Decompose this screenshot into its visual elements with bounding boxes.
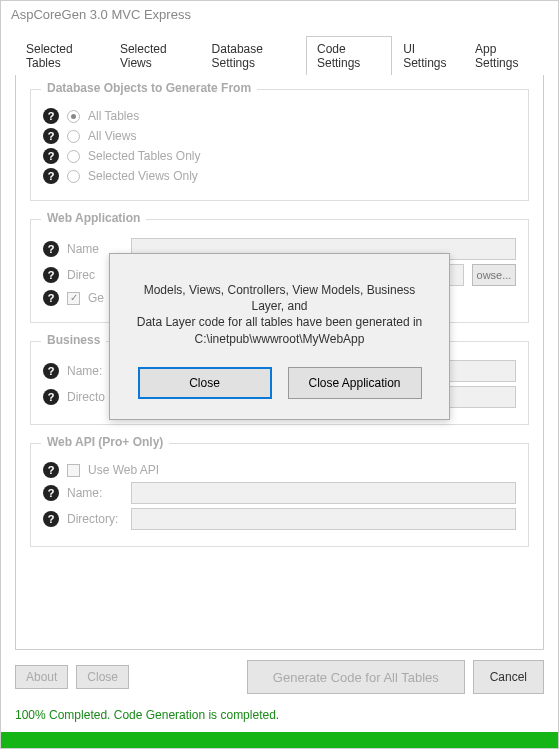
checkbox-label-use-api: Use Web API — [88, 463, 159, 477]
input-api-directory[interactable] — [131, 508, 516, 530]
status-text: 100% Completed. Code Generation is compl… — [15, 708, 544, 722]
checkbox-label-generate: Ge — [88, 291, 104, 305]
generate-button[interactable]: Generate Code for All Tables — [247, 660, 465, 694]
help-icon[interactable]: ? — [43, 511, 59, 527]
group-title-biz: Business — [41, 333, 106, 347]
tab-app-settings[interactable]: App Settings — [464, 36, 544, 75]
dialog-message: Models, Views, Controllers, View Models,… — [110, 254, 449, 367]
help-icon[interactable]: ? — [43, 363, 59, 379]
cancel-button[interactable]: Cancel — [473, 660, 544, 694]
tab-selected-views[interactable]: Selected Views — [109, 36, 201, 75]
progress-bar — [1, 732, 558, 748]
dialog-line-3: C:\inetpub\wwwroot\MyWebApp — [128, 331, 431, 347]
help-icon[interactable]: ? — [43, 462, 59, 478]
radio-all-tables[interactable] — [67, 110, 80, 123]
about-button[interactable]: About — [15, 665, 68, 689]
group-web-api: Web API (Pro+ Only) ? Use Web API ? Name… — [30, 443, 529, 547]
help-icon[interactable]: ? — [43, 168, 59, 184]
radio-selected-views[interactable] — [67, 170, 80, 183]
group-database-objects: Database Objects to Generate From ? All … — [30, 89, 529, 201]
dialog-line-2: Data Layer code for all tables have been… — [128, 314, 431, 330]
tab-database-settings[interactable]: Database Settings — [201, 36, 306, 75]
radio-label-all-tables: All Tables — [88, 109, 139, 123]
footer: About Close Generate Code for All Tables… — [1, 650, 558, 728]
help-icon[interactable]: ? — [43, 290, 59, 306]
browse-button[interactable]: owse... — [472, 264, 516, 286]
dialog-close-button[interactable]: Close — [138, 367, 272, 399]
radio-selected-tables[interactable] — [67, 150, 80, 163]
window-title: AspCoreGen 3.0 MVC Express — [1, 1, 558, 28]
checkbox-use-api[interactable] — [67, 464, 80, 477]
checkbox-generate[interactable]: ✓ — [67, 292, 80, 305]
radio-label-sel-views: Selected Views Only — [88, 169, 198, 183]
help-icon[interactable]: ? — [43, 128, 59, 144]
group-title-api: Web API (Pro+ Only) — [41, 435, 169, 449]
tab-strip: Selected Tables Selected Views Database … — [15, 36, 544, 75]
help-icon[interactable]: ? — [43, 148, 59, 164]
radio-label-sel-tables: Selected Tables Only — [88, 149, 201, 163]
app-window: AspCoreGen 3.0 MVC Express Selected Tabl… — [1, 1, 558, 748]
help-icon[interactable]: ? — [43, 241, 59, 257]
input-api-name[interactable] — [131, 482, 516, 504]
dialog-line-1: Models, Views, Controllers, View Models,… — [128, 282, 431, 314]
radio-all-views[interactable] — [67, 130, 80, 143]
tab-selected-tables[interactable]: Selected Tables — [15, 36, 109, 75]
help-icon[interactable]: ? — [43, 389, 59, 405]
completion-dialog: Models, Views, Controllers, View Models,… — [109, 253, 450, 420]
help-icon[interactable]: ? — [43, 108, 59, 124]
help-icon[interactable]: ? — [43, 267, 59, 283]
label-api-name: Name: — [67, 486, 123, 500]
label-api-dir: Directory: — [67, 512, 123, 526]
dialog-close-app-button[interactable]: Close Application — [288, 367, 422, 399]
close-button[interactable]: Close — [76, 665, 129, 689]
tab-ui-settings[interactable]: UI Settings — [392, 36, 464, 75]
tab-code-settings[interactable]: Code Settings — [306, 36, 392, 75]
radio-label-all-views: All Views — [88, 129, 136, 143]
group-title-web: Web Application — [41, 211, 146, 225]
group-title-db: Database Objects to Generate From — [41, 81, 257, 95]
help-icon[interactable]: ? — [43, 485, 59, 501]
